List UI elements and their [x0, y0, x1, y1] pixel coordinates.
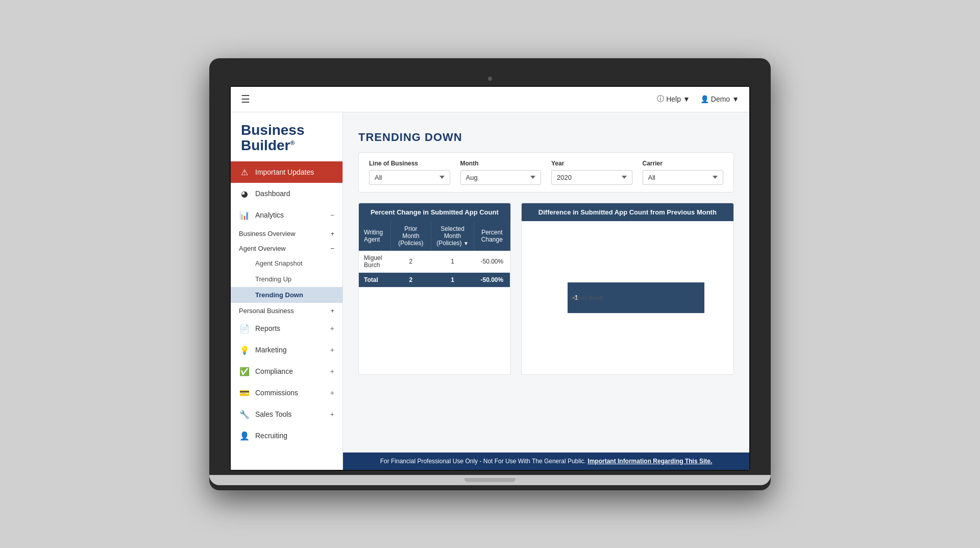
filter-label-carrier: Carrier: [643, 160, 724, 167]
table-total-row: Total 2 1 -50.00%: [359, 272, 510, 287]
laptop-camera: [488, 77, 492, 81]
sidebar-item-compliance[interactable]: ✅ Compliance +: [231, 361, 342, 382]
business-overview-plus-icon: +: [330, 230, 334, 237]
filter-select-carrier[interactable]: All: [643, 170, 724, 185]
filter-label-year: Year: [551, 160, 632, 167]
sidebar-item-label-business-overview: Business Overview: [239, 230, 296, 237]
sidebar-item-label-compliance: Compliance: [255, 367, 330, 375]
bar-label: Miguel Burch: [562, 295, 603, 301]
cell-percent: -50.00%: [474, 251, 510, 273]
sidebar-item-reports[interactable]: 📄 Reports +: [231, 318, 342, 339]
sidebar-item-agent-overview[interactable]: Agent Overview −: [231, 241, 342, 255]
analytics-icon: 📊: [239, 209, 250, 221]
bar-chart-area: Miguel Burch -1: [522, 221, 733, 374]
personal-business-plus-icon: +: [330, 307, 334, 315]
total-prior: 2: [390, 272, 431, 287]
sidebar-item-sales-tools[interactable]: 🔧 Sales Tools +: [231, 403, 342, 425]
sidebar-nav: ⚠ Important Updates ◕ Dashboard 📊 Analyt…: [231, 161, 342, 446]
sidebar-item-label-marketing: Marketing: [255, 346, 330, 354]
sidebar-item-business-overview[interactable]: Business Overview +: [231, 226, 342, 241]
col-selected-label: Selected Month (Policies): [436, 225, 464, 247]
compliance-plus-icon: +: [330, 367, 334, 375]
demo-label: Demo: [711, 95, 730, 103]
warning-icon: ⚠: [239, 166, 250, 178]
analytics-collapse-icon: −: [330, 211, 334, 219]
footer-link[interactable]: Important Information Regarding This Sit…: [587, 458, 712, 465]
recruiting-icon: 👤: [239, 430, 250, 441]
table-row: Miguel Burch 2 1 -50.00%: [359, 251, 510, 273]
sidebar-item-commissions[interactable]: 💳 Commissions +: [231, 382, 342, 403]
commissions-plus-icon: +: [330, 389, 334, 397]
filter-group-year: Year 2020: [551, 160, 632, 185]
sidebar-item-label-agent-overview: Agent Overview: [239, 245, 286, 252]
filter-group-month: Month Aug: [460, 160, 542, 185]
agent-overview-collapse-icon: −: [330, 245, 334, 252]
commissions-icon: 💳: [239, 387, 250, 398]
data-table: Writing Agent Prior Month (Policies) Sel…: [359, 221, 510, 288]
laptop-base-notch: [464, 478, 516, 482]
cell-prior: 2: [390, 251, 431, 273]
sidebar-sub-item-trending-up[interactable]: Trending Up: [231, 271, 342, 287]
logo: Business Builder®: [231, 112, 342, 162]
filters-row: Line of Business All Month Aug: [358, 152, 734, 193]
sidebar-item-label-reports: Reports: [255, 324, 330, 332]
main-content: TRENDING DOWN Line of Business All Month: [343, 112, 749, 470]
sidebar-sub-item-label-trending-down: Trending Down: [255, 291, 303, 299]
marketing-icon: 💡: [239, 344, 250, 355]
right-chart-title: Difference in Submitted App Count from P…: [522, 203, 733, 221]
dashboard-icon: ◕: [239, 188, 250, 199]
charts-row: Percent Change in Submitted App Count Wr…: [358, 203, 734, 375]
sidebar-item-label-analytics: Analytics: [255, 211, 330, 219]
footer-text: For Financial Professional Use Only - No…: [380, 458, 586, 465]
sidebar: Business Builder® ⚠ Important Updates ◕ …: [231, 112, 343, 470]
right-chart-box: Difference in Submitted App Count from P…: [521, 203, 734, 375]
sidebar-sub-item-trending-down[interactable]: Trending Down: [231, 287, 342, 303]
logo-line2: Builder: [241, 137, 290, 153]
filter-label-lob: Line of Business: [369, 160, 450, 167]
help-button[interactable]: ⓘ Help ▼: [657, 94, 690, 104]
sidebar-item-recruiting[interactable]: 👤 Recruiting: [231, 425, 342, 446]
sales-tools-icon: 🔧: [239, 409, 250, 420]
cell-selected: 1: [431, 251, 474, 273]
filter-select-lob[interactable]: All: [369, 170, 450, 185]
sidebar-item-label-sales-tools: Sales Tools: [255, 410, 330, 418]
filter-select-year[interactable]: 2020: [551, 170, 632, 185]
sales-tools-plus-icon: +: [330, 410, 334, 418]
logo-line1: Business: [241, 122, 305, 138]
sidebar-sub-item-label-trending-up: Trending Up: [255, 275, 291, 283]
col-header-selected: Selected Month (Policies) ▼: [431, 221, 474, 251]
sidebar-item-important-updates[interactable]: ⚠ Important Updates: [231, 161, 342, 183]
sort-icon[interactable]: ▼: [463, 241, 469, 246]
page-title: TRENDING DOWN: [358, 123, 734, 144]
menu-icon[interactable]: ☰: [241, 93, 250, 105]
sidebar-item-marketing[interactable]: 💡 Marketing +: [231, 339, 342, 361]
filter-group-lob: Line of Business All: [369, 160, 450, 185]
total-label: Total: [359, 272, 390, 287]
sidebar-item-label-personal-business: Personal Business: [239, 307, 294, 315]
col-header-prior: Prior Month (Policies): [390, 221, 431, 251]
marketing-plus-icon: +: [330, 346, 334, 354]
filter-select-month[interactable]: Aug: [460, 170, 542, 185]
bar-row: Miguel Burch -1: [562, 282, 723, 313]
sidebar-sub-item-agent-snapshot[interactable]: Agent Snapshot: [231, 255, 342, 271]
sidebar-item-label-dashboard: Dashboard: [255, 189, 334, 198]
cell-agent: Miguel Burch: [359, 251, 390, 273]
user-icon: 👤: [700, 95, 709, 103]
col-header-percent: Percent Change: [474, 221, 510, 251]
reports-icon: 📄: [239, 323, 250, 334]
sidebar-item-analytics[interactable]: 📊 Analytics −: [231, 204, 342, 226]
demo-button[interactable]: 👤 Demo ▼: [700, 95, 739, 103]
topbar: ☰ ⓘ Help ▼ 👤 Demo ▼: [231, 87, 749, 112]
sidebar-item-dashboard[interactable]: ◕ Dashboard: [231, 183, 342, 204]
left-chart-title: Percent Change in Submitted App Count: [359, 203, 510, 221]
help-label: Help: [666, 95, 681, 103]
help-circle-icon: ⓘ: [657, 94, 664, 104]
help-chevron-icon: ▼: [683, 95, 690, 103]
demo-chevron-icon: ▼: [732, 95, 739, 103]
footer-bar: For Financial Professional Use Only - No…: [343, 452, 749, 470]
sidebar-sub-item-label-agent-snapshot: Agent Snapshot: [255, 259, 303, 267]
sidebar-item-personal-business[interactable]: Personal Business +: [231, 303, 342, 318]
sidebar-item-label-commissions: Commissions: [255, 389, 330, 397]
left-chart-box: Percent Change in Submitted App Count Wr…: [358, 203, 511, 375]
compliance-icon: ✅: [239, 366, 250, 377]
